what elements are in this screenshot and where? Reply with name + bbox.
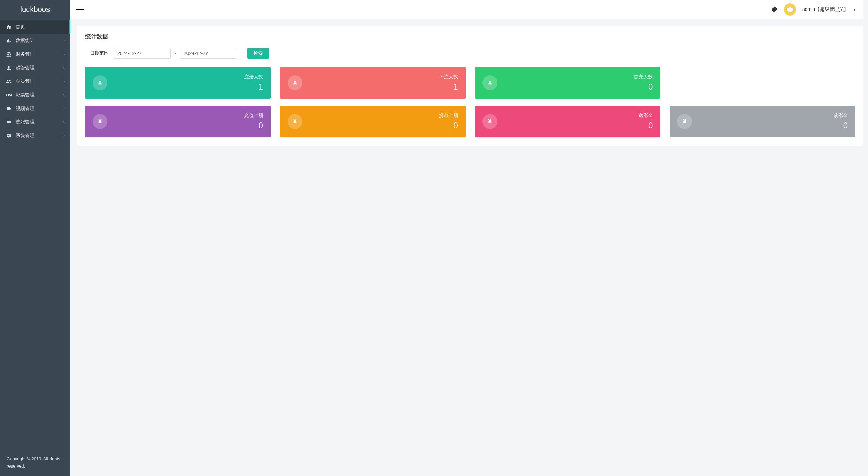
nav-item-3[interactable]: 超管管理›	[0, 61, 70, 75]
chevron-down-icon[interactable]: ▼	[853, 8, 856, 12]
content: 统计数据 日期范围 - 检索 注册人数1下注人数1首充人数0 ¥充值金额0¥提款…	[70, 19, 863, 476]
chevron-right-icon: ›	[63, 38, 65, 43]
yen-icon: ¥	[677, 114, 692, 129]
person-icon	[93, 75, 107, 90]
people-icon	[5, 78, 12, 85]
row1-card-0: 注册人数1	[85, 67, 271, 99]
stats-panel: 统计数据 日期范围 - 检索 注册人数1下注人数1首充人数0 ¥充值金额0¥提款…	[77, 26, 863, 146]
date-from-input[interactable]	[114, 48, 171, 59]
avatar[interactable]	[784, 3, 796, 16]
row2-card-1: ¥提款金额0	[280, 106, 466, 137]
stat-label: 减彩金	[833, 113, 848, 119]
stat-value: 0	[439, 121, 458, 130]
sidebar: luckboos 首页数据统计›财务管理›超管管理›会员管理›彩票管理›视频管理…	[0, 0, 70, 476]
person-icon	[482, 75, 497, 90]
stats-row-1: 注册人数1下注人数1首充人数0	[85, 67, 855, 99]
stat-label: 注册人数	[244, 74, 263, 80]
nav-label: 选妃管理	[16, 119, 63, 125]
bar-chart-icon	[5, 37, 12, 44]
person-icon	[288, 75, 302, 90]
video-icon	[5, 105, 12, 112]
chevron-right-icon: ›	[63, 106, 65, 111]
date-separator: -	[171, 50, 180, 56]
row1-card-1: 下注人数1	[280, 67, 466, 99]
nav-label: 系统管理	[16, 133, 63, 139]
filter-label: 日期范围	[85, 50, 114, 56]
nav-label: 彩票管理	[16, 92, 63, 98]
filter-row: 日期范围 - 检索	[85, 48, 855, 59]
nav-label: 数据统计	[16, 38, 63, 44]
stat-label: 充值金额	[244, 113, 263, 119]
person-icon	[5, 64, 12, 71]
nav-label: 会员管理	[16, 78, 63, 84]
nav-label: 超管管理	[16, 65, 63, 71]
chevron-right-icon: ›	[63, 65, 65, 70]
yen-icon: ¥	[288, 114, 302, 129]
stat-value: 1	[439, 82, 458, 92]
stat-value: 0	[634, 82, 653, 92]
page-title: 统计数据	[85, 33, 855, 40]
chevron-right-icon: ›	[63, 52, 65, 57]
user-label[interactable]: admin【超级管理员】	[802, 6, 848, 13]
main-area: admin【超级管理员】 ▼ 统计数据 日期范围 - 检索 注册人数1下注人数1…	[70, 0, 868, 476]
yen-icon: ¥	[93, 114, 107, 129]
stat-value: 1	[244, 82, 263, 92]
row1-card-2: 首充人数0	[475, 67, 660, 99]
gamepad-icon	[5, 92, 12, 98]
stat-label: 首充人数	[634, 74, 653, 80]
chevron-right-icon: ›	[63, 93, 65, 97]
video-icon	[5, 119, 12, 126]
row2-card-2: ¥送彩金0	[475, 106, 660, 137]
sidebar-footer: Copyright © 2019. All rights reserved.	[0, 450, 70, 476]
row2-card-3: ¥减彩金0	[670, 106, 855, 137]
nav-label: 首页	[16, 24, 65, 30]
nav-menu: 首页数据统计›财务管理›超管管理›会员管理›彩票管理›视频管理›选妃管理›系统管…	[0, 19, 70, 450]
date-to-input[interactable]	[180, 48, 237, 59]
chevron-right-icon: ›	[63, 120, 65, 125]
nav-item-7[interactable]: 选妃管理›	[0, 115, 70, 129]
stat-value: 0	[638, 121, 653, 130]
nav-item-1[interactable]: 数据统计›	[0, 34, 70, 47]
stats-row-2: ¥充值金额0¥提款金额0¥送彩金0¥减彩金0	[85, 106, 855, 137]
stat-label: 提款金额	[439, 113, 458, 119]
stat-label: 下注人数	[439, 74, 458, 80]
brand-title: luckboos	[0, 0, 70, 19]
search-button[interactable]: 检索	[247, 48, 269, 59]
chevron-right-icon: ›	[63, 133, 65, 138]
nav-item-0[interactable]: 首页	[0, 20, 70, 34]
nav-item-4[interactable]: 会员管理›	[0, 75, 70, 88]
home-icon	[5, 24, 12, 31]
nav-item-8[interactable]: 系统管理›	[0, 129, 70, 142]
bank-icon	[5, 51, 12, 58]
stat-value: 0	[833, 121, 848, 130]
chevron-right-icon: ›	[63, 79, 65, 84]
nav-item-5[interactable]: 彩票管理›	[0, 88, 70, 102]
menu-toggle-icon[interactable]	[76, 5, 84, 14]
stat-value: 0	[244, 121, 263, 130]
yen-icon: ¥	[482, 114, 497, 129]
nav-label: 财务管理	[16, 51, 63, 57]
nav-item-2[interactable]: 财务管理›	[0, 47, 70, 61]
stat-label: 送彩金	[638, 113, 653, 119]
nav-item-6[interactable]: 视频管理›	[0, 102, 70, 115]
gear-icon	[5, 132, 12, 139]
topbar: admin【超级管理员】 ▼	[70, 0, 863, 19]
nav-label: 视频管理	[16, 106, 63, 112]
palette-icon[interactable]	[771, 6, 778, 13]
row2-card-0: ¥充值金额0	[85, 106, 271, 137]
